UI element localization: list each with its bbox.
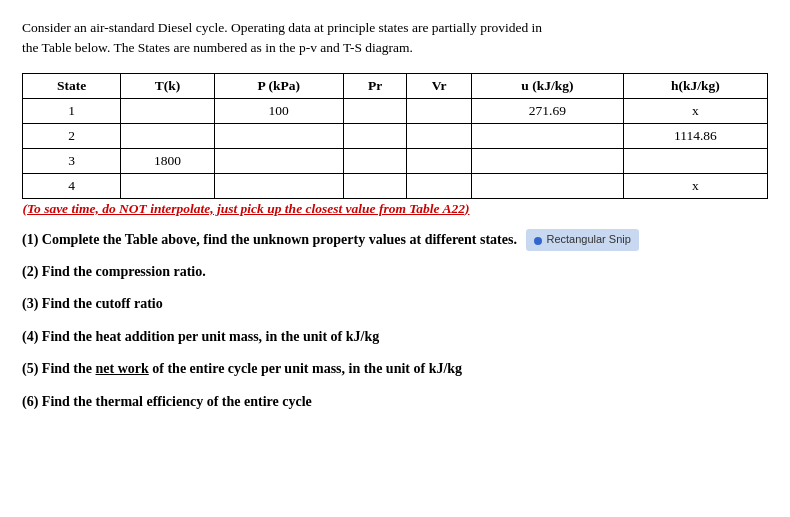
col-header-Vr: Vr	[407, 73, 472, 98]
table-note: (To save time, do NOT interpolate, just …	[23, 201, 470, 216]
data-table: State T(k) P (kPa) Pr Vr u (kJ/kg) h(kJ/…	[22, 73, 768, 219]
q1-text: Complete the Table above, find the unkno…	[42, 232, 517, 247]
q4-text: Find the heat addition per unit mass, in…	[42, 329, 379, 344]
table-row: 2 1114.86	[23, 123, 768, 148]
cell-T-4	[121, 173, 214, 198]
cell-Vr-4	[407, 173, 472, 198]
cell-h-3	[623, 148, 767, 173]
question-5: (5) Find the net work of the entire cycl…	[22, 358, 768, 380]
cell-Vr-1	[407, 98, 472, 123]
cell-h-2: 1114.86	[623, 123, 767, 148]
table-row: 3 1800	[23, 148, 768, 173]
col-header-P: P (kPa)	[214, 73, 343, 98]
cell-Pr-2	[343, 123, 407, 148]
cell-state-1: 1	[23, 98, 121, 123]
col-header-state: State	[23, 73, 121, 98]
q4-num: (4)	[22, 329, 38, 344]
q5-text-before: Find the	[42, 361, 96, 376]
table-row: 1 100 271.69 x	[23, 98, 768, 123]
col-header-u: u (kJ/kg)	[471, 73, 623, 98]
intro-line1: Consider an air-standard Diesel cycle. O…	[22, 20, 542, 35]
col-header-T: T(k)	[121, 73, 214, 98]
q5-underline: net work	[96, 361, 149, 376]
question-2: (2) Find the compression ratio.	[22, 261, 768, 283]
cell-P-1: 100	[214, 98, 343, 123]
cell-h-1: x	[623, 98, 767, 123]
cell-state-2: 2	[23, 123, 121, 148]
q6-num: (6)	[22, 394, 38, 409]
cell-Vr-3	[407, 148, 472, 173]
cell-T-3: 1800	[121, 148, 214, 173]
cell-u-3	[471, 148, 623, 173]
questions-section: (1) Complete the Table above, find the u…	[22, 229, 768, 414]
cell-u-2	[471, 123, 623, 148]
intro-line2: the Table below. The States are numbered…	[22, 40, 413, 55]
intro-paragraph: Consider an air-standard Diesel cycle. O…	[22, 18, 768, 59]
question-1: (1) Complete the Table above, find the u…	[22, 229, 768, 252]
cell-T-2	[121, 123, 214, 148]
cell-Vr-2	[407, 123, 472, 148]
q1-num: (1)	[22, 232, 38, 247]
question-3: (3) Find the cutoff ratio	[22, 293, 768, 315]
cell-Pr-4	[343, 173, 407, 198]
col-header-h: h(kJ/kg)	[623, 73, 767, 98]
q5-num: (5)	[22, 361, 38, 376]
cell-Pr-1	[343, 98, 407, 123]
question-4: (4) Find the heat addition per unit mass…	[22, 326, 768, 348]
q5-text-after: of the entire cycle per unit mass, in th…	[149, 361, 462, 376]
q6-text: Find the thermal efficiency of the entir…	[42, 394, 312, 409]
snip-badge: Rectangular Snip	[526, 229, 638, 251]
cell-P-4	[214, 173, 343, 198]
snip-label: Rectangular Snip	[546, 233, 630, 245]
table-note-row: (To save time, do NOT interpolate, just …	[23, 198, 768, 219]
table-row: 4 x	[23, 173, 768, 198]
col-header-Pr: Pr	[343, 73, 407, 98]
cell-T-1	[121, 98, 214, 123]
cell-state-4: 4	[23, 173, 121, 198]
snip-dot-icon	[534, 237, 542, 245]
cell-P-3	[214, 148, 343, 173]
q2-text: Find the compression ratio.	[42, 264, 206, 279]
q2-num: (2)	[22, 264, 38, 279]
question-6: (6) Find the thermal efficiency of the e…	[22, 391, 768, 413]
cell-P-2	[214, 123, 343, 148]
q3-text: Find the cutoff ratio	[42, 296, 163, 311]
cell-Pr-3	[343, 148, 407, 173]
cell-u-1: 271.69	[471, 98, 623, 123]
cell-u-4	[471, 173, 623, 198]
cell-state-3: 3	[23, 148, 121, 173]
cell-h-4: x	[623, 173, 767, 198]
q3-num: (3)	[22, 296, 38, 311]
